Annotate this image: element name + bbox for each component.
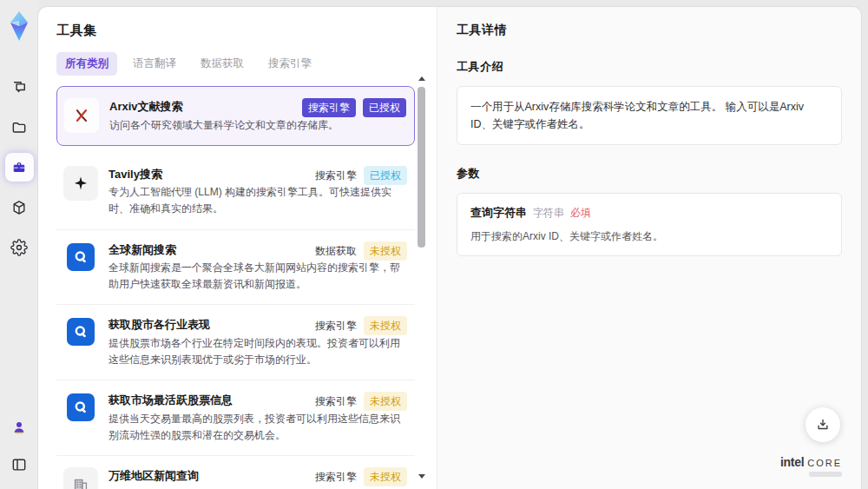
download-icon: [815, 417, 831, 433]
status-badge: 未授权: [364, 467, 407, 486]
params-heading: 参数: [457, 166, 842, 182]
app-logo-icon[interactable]: [3, 9, 35, 43]
page-title: 工具集: [56, 23, 411, 39]
status-badge: 已授权: [363, 98, 406, 117]
category-badge: 搜索引擎: [302, 98, 356, 117]
category-tabs: 所有类别 语言翻译 数据获取 搜索引擎: [56, 52, 411, 76]
avatar-icon: [10, 419, 28, 436]
nav-files[interactable]: [5, 113, 34, 142]
stock-q-icon: [67, 318, 95, 346]
tab-all-categories[interactable]: 所有类别: [56, 52, 117, 76]
nav-settings[interactable]: [5, 233, 34, 261]
toolbox-icon: [10, 159, 28, 176]
user-avatar[interactable]: [5, 413, 34, 441]
nav-toolset[interactable]: [5, 153, 34, 182]
intro-heading: 工具介绍: [457, 59, 842, 75]
status-badge: 未授权: [364, 241, 407, 261]
tab-data-acquisition[interactable]: 数据获取: [192, 52, 253, 76]
category-badge: 搜索引擎: [315, 467, 357, 486]
category-badge: 数据获取: [315, 241, 357, 261]
tool-description: 提供股票市场各个行业在特定时间段内的表现。投资者可以利用这些信息来识别表现优于或…: [108, 335, 408, 368]
param-box: 查询字符串 字符串 必填 用于搜索的Arxiv ID、关键字或作者姓名。: [457, 193, 842, 256]
cube-icon: [10, 199, 28, 216]
category-badge: 搜索引擎: [315, 316, 357, 335]
stock-q-icon: [67, 393, 95, 421]
status-badge: 未授权: [364, 392, 407, 411]
param-required-badge: 必填: [570, 206, 591, 221]
rail-bottom: [5, 413, 34, 479]
tab-search-engine[interactable]: 搜索引擎: [260, 52, 320, 76]
scrollbar-thumb[interactable]: [418, 87, 425, 248]
folder-icon: [10, 119, 28, 136]
param-description: 用于搜索的Arxiv ID、关键字或作者姓名。: [470, 229, 828, 244]
main-window: 工具集 所有类别 语言翻译 数据获取 搜索引擎 Arxiv文献搜索 访问各个研究…: [38, 7, 861, 489]
tool-description: 访问各个研究领域大量科学论文和文章的存储库。: [109, 117, 407, 134]
tool-description: 专为人工智能代理 (LLM) 构建的搜索引擎工具。可快速提供实时、准确和真实的结…: [108, 184, 408, 217]
download-button[interactable]: [806, 407, 840, 442]
nav-packages[interactable]: [5, 193, 34, 221]
tab-language-translation[interactable]: 语言翻译: [124, 52, 185, 76]
scrollbar-down-arrow[interactable]: [418, 474, 425, 479]
core-wordmark: CORE: [807, 458, 842, 468]
panel-toggle[interactable]: [5, 450, 34, 479]
param-type: 字符串: [533, 206, 564, 221]
rail-nav: [5, 73, 34, 261]
status-badge: 已授权: [364, 166, 407, 185]
tavily-star-icon: [63, 166, 98, 201]
category-badge: 搜索引擎: [315, 392, 357, 411]
tool-details-panel: 工具详情 工具介绍 一个用于从Arxiv存储库搜索科学论文和文章的工具。 输入可…: [437, 7, 861, 489]
panel-toggle-icon: [10, 456, 28, 473]
nav-chat[interactable]: [5, 73, 34, 102]
tool-card-most-active-stocks[interactable]: 获取市场最活跃股票信息 提供当天交易量最高的股票列表，投资者可以利用这些信息来识…: [56, 380, 415, 456]
intro-box: 一个用于从Arxiv存储库搜索科学论文和文章的工具。 输入可以是Arxiv ID…: [457, 86, 842, 145]
list-scrollbar[interactable]: [418, 76, 425, 479]
tool-card-regional-news[interactable]: 万维地区新闻查询 查询具体行政区划内的新闻，快速了解各地新闻动 搜索引擎 未授权: [56, 456, 415, 489]
category-badge: 搜索引擎: [315, 166, 357, 185]
gear-icon: [10, 239, 28, 256]
tool-list: Arxiv文献搜索 访问各个研究领域大量科学论文和文章的存储库。 搜索引擎 已授…: [56, 86, 415, 489]
news-q-icon: [67, 243, 95, 271]
toolset-panel: 工具集 所有类别 语言翻译 数据获取 搜索引擎 Arxiv文献搜索 访问各个研究…: [38, 7, 437, 489]
tool-card-arxiv[interactable]: Arxiv文献搜索 访问各个研究领域大量科学论文和文章的存储库。 搜索引擎 已授…: [56, 86, 415, 146]
left-rail: [0, 0, 38, 489]
details-title: 工具详情: [457, 23, 842, 38]
building-icon: [63, 467, 98, 489]
intel-wordmark: intel: [780, 455, 804, 469]
tool-card-sector-performance[interactable]: 获取股市各行业表现 提供股票市场各个行业在特定时间段内的表现。投资者可以利用这些…: [56, 305, 415, 380]
intel-core-logo: intel CORE: [780, 455, 842, 477]
tool-card-tavily[interactable]: Tavily搜索 专为人工智能代理 (LLM) 构建的搜索引擎工具。可快速提供实…: [56, 155, 415, 230]
tool-card-global-news[interactable]: 全球新闻搜索 全球新闻搜索是一个聚合全球各大新闻网站内容的搜索引擎，帮助用户快速…: [56, 230, 415, 306]
chat-icon: [10, 79, 28, 96]
status-badge: 未授权: [364, 316, 407, 335]
intro-text: 一个用于从Arxiv存储库搜索科学论文和文章的工具。 输入可以是Arxiv ID…: [470, 98, 828, 133]
intel-sub-badge: [809, 472, 842, 477]
tool-description: 全球新闻搜索是一个聚合全球各大新闻网站内容的搜索引擎，帮助用户快速获取全球最新资…: [108, 260, 408, 293]
arxiv-logo-icon: [64, 98, 99, 133]
scrollbar-up-arrow[interactable]: [418, 76, 425, 81]
tool-description: 提供当天交易量最高的股票列表，投资者可以利用这些信息来识别流动性强的股票和潜在的…: [108, 411, 408, 444]
param-name: 查询字符串: [470, 205, 527, 221]
